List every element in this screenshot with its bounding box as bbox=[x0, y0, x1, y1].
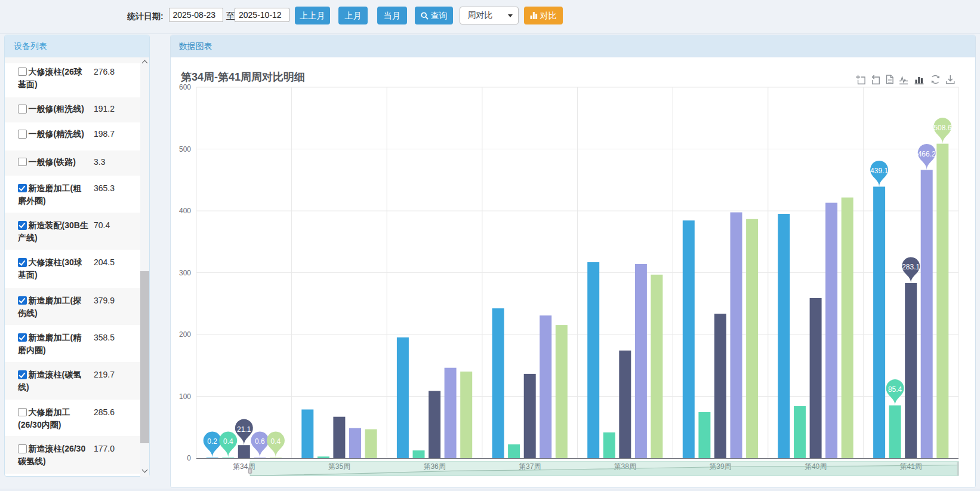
svg-text:21.1: 21.1 bbox=[237, 425, 251, 434]
svg-text:400: 400 bbox=[179, 207, 191, 215]
svg-text:0.4: 0.4 bbox=[223, 437, 233, 446]
svg-text:600: 600 bbox=[179, 83, 191, 91]
svg-text:0: 0 bbox=[187, 454, 191, 462]
svg-text:85.4: 85.4 bbox=[888, 385, 902, 394]
svg-text:300: 300 bbox=[179, 269, 191, 277]
svg-text:200: 200 bbox=[179, 330, 191, 339]
svg-text:0.2: 0.2 bbox=[207, 437, 217, 446]
svg-text:508.6: 508.6 bbox=[933, 124, 951, 132]
svg-text:500: 500 bbox=[179, 145, 191, 154]
svg-text:466.2: 466.2 bbox=[918, 150, 936, 158]
svg-text:283.1: 283.1 bbox=[902, 263, 920, 271]
svg-text:0.4: 0.4 bbox=[271, 437, 281, 446]
svg-text:439.1: 439.1 bbox=[870, 167, 888, 175]
svg-text:100: 100 bbox=[179, 392, 191, 401]
svg-text:0.6: 0.6 bbox=[255, 437, 265, 446]
